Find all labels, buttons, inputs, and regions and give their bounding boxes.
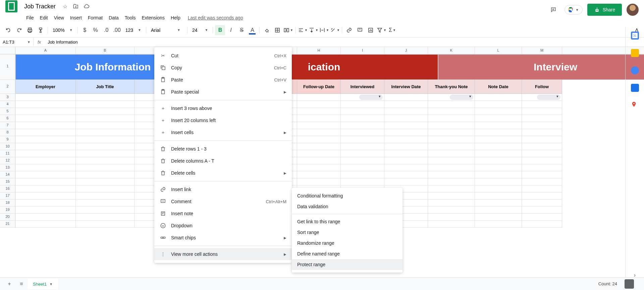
data-cell[interactable] [341,94,384,101]
subheader-cell[interactable]: Job Title [76,80,135,94]
cell[interactable] [428,108,475,115]
select-all-corner[interactable] [0,47,15,54]
cell[interactable] [15,157,76,164]
ctx-comment[interactable]: CommentCtrl+Alt+M [154,195,292,208]
row-header[interactable]: 7 [0,122,15,129]
sub-get-link[interactable]: Get link to this range [292,216,402,227]
cell[interactable] [76,136,135,143]
filter-button[interactable]: ▼ [376,25,386,35]
fill-color-button[interactable] [262,25,272,35]
cloud-icon[interactable] [83,3,90,10]
more-formats-button[interactable]: 123▼ [123,26,144,34]
subheader-cell[interactable]: Employer [15,80,76,94]
dropdown-chip[interactable] [450,95,473,100]
account-avatar[interactable] [627,4,639,16]
sub-randomize[interactable]: Randomize range [292,238,402,248]
keep-icon[interactable] [631,49,639,57]
cell[interactable] [428,199,475,207]
cell[interactable] [428,214,475,221]
strikethrough-button[interactable]: S [236,25,247,35]
cell[interactable] [76,101,135,108]
row-header[interactable]: 21 [0,221,15,228]
cell[interactable] [475,207,522,214]
cell[interactable] [384,178,428,185]
cell[interactable] [428,115,475,122]
meet-button[interactable]: ▼ [565,5,583,14]
cell[interactable] [15,122,76,129]
subheader-cell[interactable]: Thank-you Note [428,80,475,94]
ctx-view-more[interactable]: ⋮View more cell actions▶ [154,248,292,260]
row-header[interactable]: 5 [0,108,15,115]
cell[interactable] [384,108,428,115]
cell[interactable] [522,101,562,108]
row-header[interactable]: 2 [0,80,15,94]
row-header[interactable]: 1 [0,54,15,80]
cell[interactable] [297,171,341,178]
cell[interactable] [428,101,475,108]
document-title[interactable]: Job Tracker [24,3,56,10]
cell[interactable] [76,221,135,228]
link-button[interactable] [344,25,354,35]
ctx-dropdown[interactable]: Dropdown [154,220,292,232]
cell[interactable] [384,171,428,178]
tasks-icon[interactable] [631,66,639,74]
text-color-button[interactable]: A [247,25,257,35]
cell[interactable] [384,122,428,129]
cell[interactable] [475,171,522,178]
cell[interactable] [76,214,135,221]
menu-file[interactable]: File [23,14,37,22]
cell[interactable] [15,150,76,157]
cell[interactable] [15,115,76,122]
v-align-button[interactable]: ▼ [308,25,318,35]
comments-button[interactable] [547,3,560,16]
cell[interactable] [384,101,428,108]
menu-edit[interactable]: Edit [37,14,51,22]
cell[interactable] [428,164,475,171]
sheets-logo[interactable] [5,0,17,12]
cell[interactable] [522,214,562,221]
cell[interactable] [76,164,135,171]
cell[interactable] [384,115,428,122]
column-header[interactable]: B [76,47,135,54]
cell[interactable] [297,178,341,185]
cell[interactable] [297,136,341,143]
cell[interactable] [15,101,76,108]
all-sheets-button[interactable]: ≡ [15,278,28,290]
ctx-cut[interactable]: ✂CutCtrl+X [154,50,292,62]
cell[interactable] [341,178,384,185]
merge-button[interactable]: ▼ [283,25,293,35]
cell[interactable] [428,143,475,150]
row-header[interactable]: 17 [0,192,15,199]
cell[interactable] [76,171,135,178]
cell[interactable] [341,164,384,171]
selection-count[interactable]: Count: 24 [598,281,617,286]
cell[interactable] [384,157,428,164]
sub-data-validation[interactable]: Data validation [292,201,402,212]
cell[interactable] [297,164,341,171]
cell[interactable] [475,136,522,143]
cell[interactable] [15,143,76,150]
cell[interactable] [341,115,384,122]
cell[interactable] [15,185,76,192]
menu-view[interactable]: View [51,14,67,22]
cell[interactable] [522,129,562,136]
dropdown-chip[interactable] [359,95,383,100]
column-header[interactable]: L [475,47,522,54]
formula-input[interactable]: Job Information [45,38,644,46]
percent-button[interactable]: % [91,25,101,35]
data-cell[interactable] [522,94,562,101]
font-size-select[interactable]: 24▼ [190,26,211,34]
cell[interactable] [475,115,522,122]
cell[interactable] [341,122,384,129]
cell[interactable] [475,101,522,108]
row-header[interactable]: 6 [0,115,15,122]
column-header[interactable]: J [384,47,428,54]
cell[interactable] [428,136,475,143]
ctx-insert-link[interactable]: Insert link [154,183,292,195]
cell[interactable] [522,150,562,157]
cell[interactable] [428,221,475,228]
cell[interactable] [428,171,475,178]
cell[interactable] [297,101,341,108]
row-header[interactable]: 12 [0,157,15,164]
cell[interactable] [341,150,384,157]
